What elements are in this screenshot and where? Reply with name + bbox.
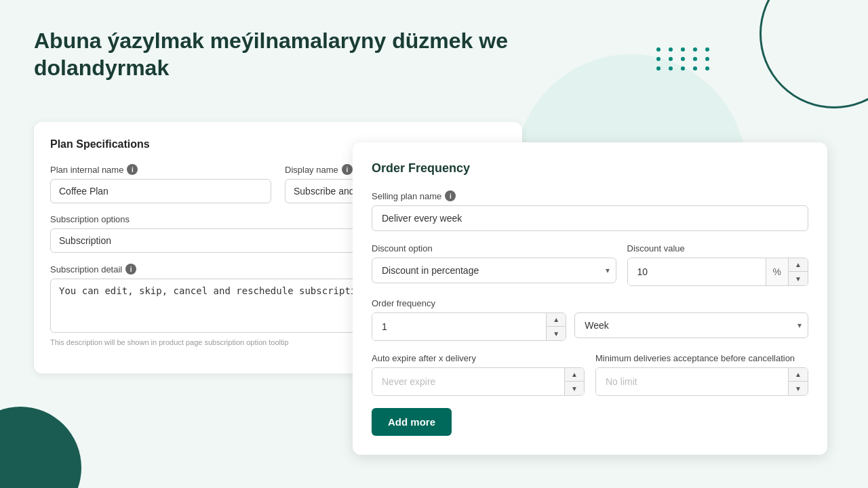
auto-expire-label: Auto expire after x delivery	[372, 353, 585, 363]
selling-plan-info-icon: i	[445, 190, 456, 201]
discount-option-select[interactable]: Discount in percentage Fixed amount disc…	[372, 258, 616, 283]
display-name-info-icon: i	[342, 164, 353, 175]
frequency-num-group: ▲ ▼	[372, 312, 566, 341]
min-deliveries-wrapper: ▲ ▼	[595, 367, 808, 396]
discount-suffix: %	[766, 258, 788, 285]
bg-circle-top-right	[760, 0, 868, 108]
discount-option-label: Discount option	[372, 243, 616, 253]
page-title: Abuna ýazylmak meýilnamalaryny düzmek we…	[34, 27, 508, 81]
auto-expire-increment-button[interactable]: ▲	[565, 368, 584, 382]
expire-row: Auto expire after x delivery ▲ ▼ Minimum…	[372, 353, 808, 396]
auto-expire-stepper: ▲ ▼	[564, 368, 584, 395]
discount-stepper: ▲ ▼	[788, 258, 808, 285]
internal-name-info-icon: i	[127, 164, 138, 175]
internal-name-group: Plan internal name i	[50, 164, 271, 203]
selling-plan-label: Selling plan name i	[372, 190, 808, 201]
frequency-num-input[interactable]	[372, 313, 546, 340]
frequency-num-increment-button[interactable]: ▲	[547, 313, 566, 327]
order-frequency-label: Order frequency	[372, 298, 808, 308]
min-deliveries-increment-button[interactable]: ▲	[789, 368, 808, 382]
internal-name-input[interactable]	[50, 179, 271, 203]
frequency-unit-select-wrapper: Day Week Month Year ▾	[574, 312, 808, 338]
frequency-unit-select[interactable]: Day Week Month Year	[574, 312, 808, 338]
frequency-row: ▲ ▼ Day Week Month Year ▾	[372, 312, 808, 341]
add-more-button[interactable]: Add more	[372, 408, 452, 436]
min-deliveries-label: Minimum deliveries acceptance before can…	[595, 353, 808, 363]
auto-expire-decrement-button[interactable]: ▼	[565, 382, 584, 395]
auto-expire-group: Auto expire after x delivery ▲ ▼	[372, 353, 585, 396]
discount-value-group: Discount value % ▲ ▼	[627, 243, 808, 286]
order-frequency-panel: Order Frequency Selling plan name i Disc…	[353, 142, 827, 455]
discount-value-label: Discount value	[627, 243, 808, 253]
subscription-detail-info-icon: i	[125, 264, 136, 274]
discount-value-input[interactable]	[628, 258, 766, 285]
discount-increment-button[interactable]: ▲	[789, 258, 808, 272]
panel-title: Order Frequency	[372, 161, 808, 176]
min-deliveries-input[interactable]	[596, 368, 788, 395]
frequency-num-stepper: ▲ ▼	[546, 313, 566, 340]
order-frequency-group: Order frequency ▲ ▼ Day Week Month	[372, 298, 808, 341]
selling-plan-group: Selling plan name i	[372, 190, 808, 231]
frequency-num-wrapper: ▲ ▼	[372, 312, 566, 341]
dots-grid	[656, 47, 712, 70]
min-deliveries-stepper: ▲ ▼	[788, 368, 808, 395]
discount-option-group: Discount option Discount in percentage F…	[372, 243, 616, 286]
frequency-num-decrement-button[interactable]: ▼	[547, 327, 566, 340]
selling-plan-input[interactable]	[372, 205, 808, 231]
discount-decrement-button[interactable]: ▼	[789, 272, 808, 285]
auto-expire-input[interactable]	[372, 368, 564, 395]
min-deliveries-decrement-button[interactable]: ▼	[789, 382, 808, 395]
auto-expire-wrapper: ▲ ▼	[372, 367, 585, 396]
discount-row: Discount option Discount in percentage F…	[372, 243, 808, 286]
min-deliveries-group: Minimum deliveries acceptance before can…	[595, 353, 808, 396]
discount-option-select-wrapper: Discount in percentage Fixed amount disc…	[372, 258, 616, 283]
discount-value-wrapper: % ▲ ▼	[627, 258, 808, 286]
frequency-unit-group: Day Week Month Year ▾	[574, 312, 808, 341]
internal-name-label: Plan internal name i	[50, 164, 271, 175]
bg-circle-bottom-left	[0, 407, 81, 488]
